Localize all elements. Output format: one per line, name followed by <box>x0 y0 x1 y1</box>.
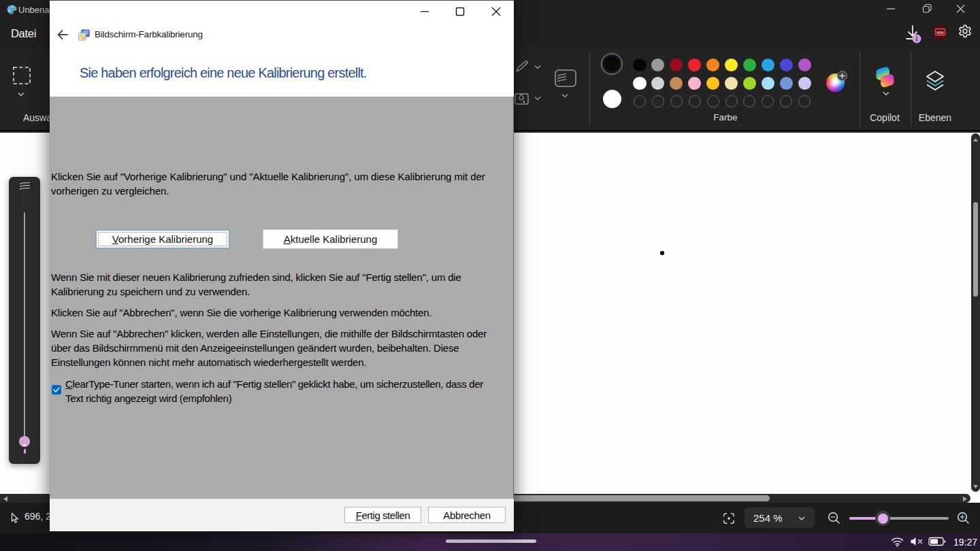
svg-text:i: i <box>916 35 918 43</box>
svg-text:NIN: NIN <box>936 31 943 35</box>
